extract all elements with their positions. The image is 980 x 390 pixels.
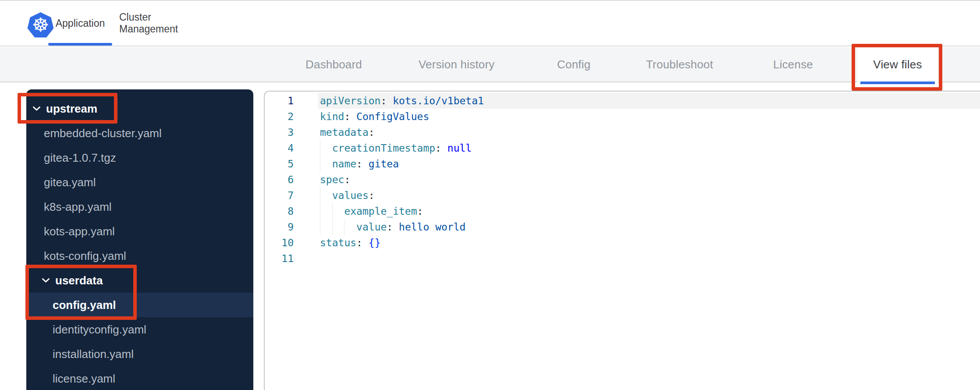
indent-guide <box>320 140 320 156</box>
tab-troubleshoot-label: Troubleshoot <box>646 58 713 71</box>
tab-version-history[interactable]: Version history <box>419 47 495 82</box>
file-tree: upstreamembedded-cluster.yamlgitea-1.0.7… <box>26 89 253 390</box>
indent-guide <box>320 188 320 203</box>
app-subnav: Dashboard Version history Config Trouble… <box>0 47 980 82</box>
tab-dashboard-label: Dashboard <box>305 58 362 71</box>
file-embedded-cluster.yaml[interactable]: embedded-cluster.yaml <box>26 121 253 145</box>
code-line: 10status: {} <box>265 235 980 251</box>
code-line: 7 values: <box>265 188 980 203</box>
line-number: 9 <box>265 219 294 235</box>
tab-dashboard[interactable]: Dashboard <box>305 47 362 82</box>
line-number: 1 <box>265 93 294 109</box>
line-number: 3 <box>265 124 294 140</box>
tree-item-label: embedded-cluster.yaml <box>44 127 162 140</box>
file-installation.yaml[interactable]: installation.yaml <box>26 342 253 366</box>
tab-version-history-label: Version history <box>419 58 495 71</box>
code-line: 8 example_item: <box>265 203 980 219</box>
code-line: 1apiVersion: kots.io/v1beta1 <box>265 93 980 109</box>
code-line: 4 creationTimestamp: null <box>265 140 980 156</box>
line-number: 5 <box>265 156 294 172</box>
indent-guide <box>320 203 320 219</box>
code-line: 2kind: ConfigValues <box>265 109 980 124</box>
tree-item-label: license.yaml <box>53 372 115 386</box>
tree-item-label: kots-config.yaml <box>44 249 126 263</box>
indent-guide <box>332 203 333 219</box>
line-number: 4 <box>265 140 294 156</box>
code-line: 9 value: hello world <box>265 219 980 235</box>
line-number: 10 <box>265 235 294 251</box>
tab-cluster-management-label: Cluster Management <box>119 11 205 35</box>
annotation-box-upstream <box>18 93 117 124</box>
tab-license[interactable]: License <box>773 47 813 82</box>
line-number: 8 <box>265 203 294 219</box>
tree-item-label: gitea-1.0.7.tgz <box>44 151 116 165</box>
annotation-box-userdata-config <box>25 265 137 320</box>
file-identityconfig.yaml[interactable]: identityconfig.yaml <box>26 317 253 342</box>
active-tab-underline <box>48 43 112 46</box>
tab-application-label: Application <box>56 18 105 29</box>
file-viewer[interactable]: 1apiVersion: kots.io/v1beta12kind: Confi… <box>264 91 980 390</box>
tab-cluster-management[interactable]: Cluster Management <box>119 1 205 46</box>
line-number: 11 <box>265 251 294 266</box>
code-lines: 1apiVersion: kots.io/v1beta12kind: Confi… <box>265 93 980 266</box>
indent-guide <box>320 219 320 235</box>
line-number: 6 <box>265 172 294 188</box>
tab-license-label: License <box>773 58 813 71</box>
tree-item-label: installation.yaml <box>53 347 134 361</box>
annotation-box-view-files <box>852 44 942 91</box>
tree-item-label: gitea.yaml <box>44 176 96 189</box>
file-k8s-app.yaml[interactable]: k8s-app.yaml <box>26 195 253 219</box>
line-number: 7 <box>265 188 294 203</box>
indent-guide <box>332 219 333 235</box>
indent-guide <box>344 219 344 235</box>
code-line: 11 <box>265 251 980 266</box>
tab-troubleshoot[interactable]: Troubleshoot <box>646 47 713 82</box>
tree-item-label: identityconfig.yaml <box>53 323 146 337</box>
tab-config-label: Config <box>557 58 590 71</box>
top-bar: ☸ Application Cluster Management <box>0 1 980 46</box>
file-gitea.yaml[interactable]: gitea.yaml <box>26 170 253 195</box>
file-license.yaml[interactable]: license.yaml <box>26 366 253 390</box>
file-kots-app.yaml[interactable]: kots-app.yaml <box>26 219 253 244</box>
tree-item-label: k8s-app.yaml <box>44 200 112 214</box>
kubernetes-helm-icon: ☸ <box>32 15 49 35</box>
line-number: 2 <box>265 109 294 124</box>
file-gitea-1.0.7.tgz[interactable]: gitea-1.0.7.tgz <box>26 145 253 170</box>
tab-config[interactable]: Config <box>557 47 590 82</box>
code-line: 3metadata: <box>265 124 980 140</box>
code-line: 5 name: gitea <box>265 156 980 172</box>
tree-item-label: kots-app.yaml <box>44 225 115 238</box>
code-line: 6spec: <box>265 172 980 188</box>
tab-application[interactable]: Application <box>48 1 112 46</box>
kots-admin-console: ☸ Application Cluster Management Dashboa… <box>0 0 980 390</box>
indent-guide <box>320 156 320 172</box>
